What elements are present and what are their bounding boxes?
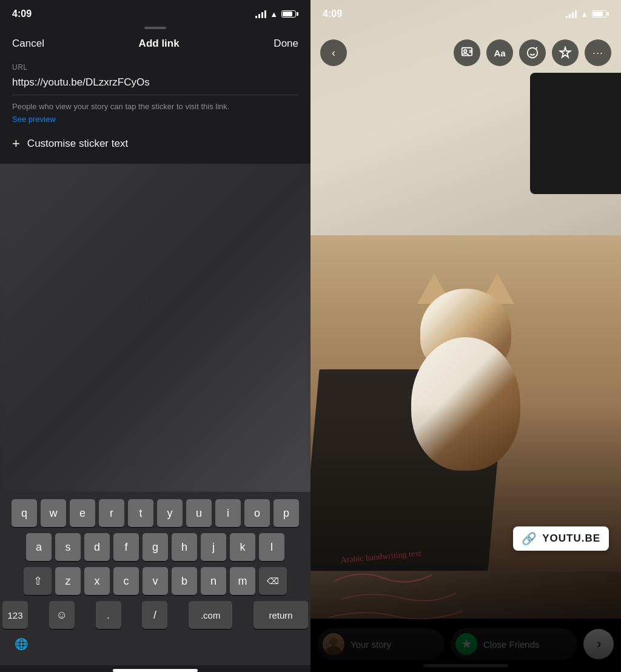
- url-input-container: [12, 76, 298, 95]
- keyboard-row-2: a s d f g h j k l: [2, 533, 308, 561]
- more-options-button[interactable]: ···: [585, 39, 611, 66]
- key-j[interactable]: j: [201, 533, 226, 561]
- sticker-button[interactable]: [519, 39, 546, 66]
- right-panel: 4:09 ▲: [310, 0, 621, 672]
- svg-text:Arabic handwriting text: Arabic handwriting text: [340, 548, 422, 565]
- add-link-title: Add link: [139, 38, 180, 50]
- key-k[interactable]: k: [230, 533, 255, 561]
- keyboard-row-1: q w e r t y u i o p: [2, 499, 308, 527]
- more-icon: ···: [592, 47, 603, 59]
- plus-icon: +: [12, 136, 20, 152]
- key-i[interactable]: i: [215, 499, 241, 527]
- key-dotcom[interactable]: .com: [189, 601, 232, 629]
- key-d[interactable]: d: [84, 533, 110, 561]
- person-tag-icon: [460, 46, 474, 59]
- done-button[interactable]: Done: [274, 38, 298, 50]
- signal-icon: [255, 10, 266, 18]
- right-status-icons: ▲: [566, 10, 609, 19]
- key-u[interactable]: u: [186, 499, 212, 527]
- key-g[interactable]: g: [143, 533, 168, 561]
- key-f[interactable]: f: [113, 533, 139, 561]
- youtube-sticker-label: YOUTU.BE: [542, 533, 600, 545]
- back-icon: ‹: [332, 47, 335, 59]
- keyboard: q w e r t y u i o p a s d f g h j k l ⇧ …: [0, 492, 310, 665]
- key-b[interactable]: b: [172, 567, 197, 595]
- right-signal-icon: [566, 10, 577, 18]
- cancel-button[interactable]: Cancel: [12, 38, 44, 50]
- right-battery-icon: [592, 10, 609, 18]
- key-delete[interactable]: ⌫: [259, 567, 287, 595]
- key-a[interactable]: a: [26, 533, 52, 561]
- battery-icon: [281, 10, 298, 18]
- key-t[interactable]: t: [128, 499, 153, 527]
- key-slash[interactable]: /: [142, 601, 167, 629]
- keyboard-row-3: ⇧ z x c v b n m ⌫: [2, 567, 308, 595]
- key-h[interactable]: h: [172, 533, 197, 561]
- right-status-bar: 4:09 ▲: [310, 0, 621, 24]
- key-y[interactable]: y: [157, 499, 183, 527]
- url-hint: People who view your story can tap the s…: [0, 101, 310, 112]
- left-time: 4:09: [12, 8, 32, 19]
- customise-sticker-label: Customise sticker text: [27, 138, 128, 150]
- story-photo: Arabic handwriting text 🔗 YOUTU.BE: [310, 0, 621, 672]
- wifi-icon: ▲: [270, 10, 278, 19]
- sparkle-icon: [559, 46, 572, 59]
- key-r[interactable]: r: [99, 499, 124, 527]
- left-status-bar: 4:09 ▲: [0, 0, 310, 24]
- keyboard-row-4: 123 ☺ . / .com return: [2, 601, 308, 629]
- key-emoji[interactable]: ☺: [49, 601, 75, 629]
- person-tag-button[interactable]: [454, 39, 480, 66]
- right-time: 4:09: [323, 8, 342, 19]
- laptop-shape: [530, 73, 621, 194]
- url-input[interactable]: [12, 76, 298, 89]
- customise-sticker-row[interactable]: + Customise sticker text: [0, 124, 310, 164]
- key-shift[interactable]: ⇧: [24, 567, 52, 595]
- key-w[interactable]: w: [41, 499, 66, 527]
- see-preview-link[interactable]: See preview: [0, 115, 310, 124]
- left-panel: 4:09 ▲ Cancel Add link Done URL Peop: [0, 0, 310, 672]
- key-m[interactable]: m: [230, 567, 255, 595]
- right-wifi-icon: ▲: [580, 10, 588, 19]
- key-v[interactable]: v: [143, 567, 168, 595]
- key-e[interactable]: e: [70, 499, 95, 527]
- key-s[interactable]: s: [55, 533, 81, 561]
- add-link-header: Cancel Add link Done: [0, 29, 310, 58]
- youtube-sticker[interactable]: 🔗 YOUTU.BE: [513, 526, 609, 551]
- svg-point-5: [528, 48, 538, 58]
- url-section: URL: [0, 58, 310, 95]
- key-p[interactable]: p: [274, 499, 299, 527]
- url-label: URL: [12, 63, 298, 72]
- key-numbers[interactable]: 123: [2, 601, 28, 629]
- story-top-controls: ‹ Aa: [310, 33, 621, 72]
- back-button[interactable]: ‹: [320, 39, 347, 66]
- sticker-face-icon: [526, 46, 539, 59]
- key-x[interactable]: x: [84, 567, 110, 595]
- svg-point-2: [464, 50, 467, 53]
- text-button[interactable]: Aa: [486, 39, 513, 66]
- keyboard-globe-row: 🌐: [2, 635, 308, 663]
- left-status-icons: ▲: [255, 10, 298, 19]
- sparkle-button[interactable]: [552, 39, 579, 66]
- key-o[interactable]: o: [244, 499, 270, 527]
- blurred-background: [0, 164, 310, 492]
- text-aa-icon: Aa: [494, 48, 505, 58]
- key-l[interactable]: l: [259, 533, 284, 561]
- key-n[interactable]: n: [201, 567, 226, 595]
- story-image-container: Arabic handwriting text 🔗 YOUTU.BE: [310, 0, 621, 672]
- link-chain-icon: 🔗: [522, 531, 537, 546]
- key-dot[interactable]: .: [96, 601, 121, 629]
- key-q[interactable]: q: [12, 499, 37, 527]
- top-right-controls: Aa ···: [454, 39, 611, 66]
- key-return[interactable]: return: [253, 601, 308, 629]
- blurred-content: [0, 164, 310, 492]
- globe-icon[interactable]: 🌐: [15, 637, 28, 651]
- left-home-indicator: [113, 669, 198, 672]
- key-z[interactable]: z: [55, 567, 81, 595]
- key-c[interactable]: c: [113, 567, 139, 595]
